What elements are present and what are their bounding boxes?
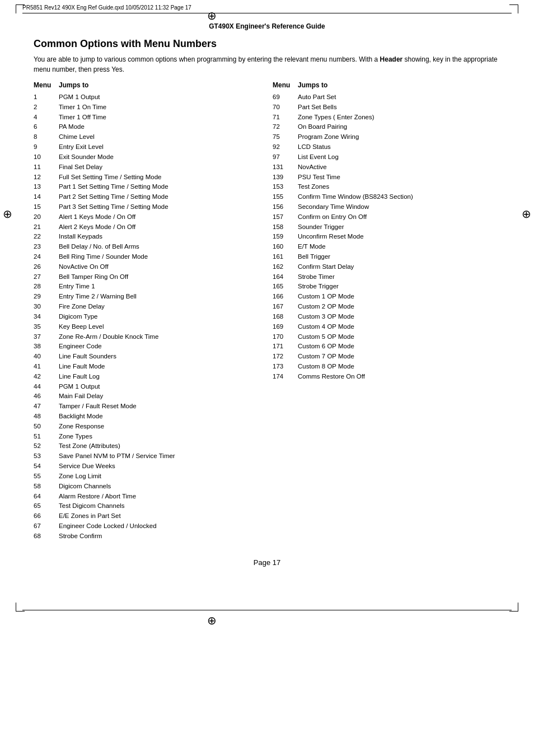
- menu-number: 174: [273, 372, 298, 382]
- list-item: 131NovActive: [273, 162, 500, 172]
- crosshair-side-left: ⊕: [3, 207, 12, 221]
- page-footer: Page 17: [34, 558, 500, 567]
- menu-number: 157: [273, 212, 298, 222]
- menu-label: Digicom Type: [59, 312, 97, 322]
- menu-number: 131: [273, 162, 298, 172]
- menu-number: 69: [273, 92, 298, 102]
- list-item: 71Zone Types ( Enter Zones): [273, 113, 500, 123]
- list-item: 38Engineer Code: [34, 342, 261, 352]
- menu-label: Unconfirm Reset Mode: [298, 232, 364, 242]
- menu-label: Zone Types ( Enter Zones): [298, 113, 374, 123]
- list-item: 11Final Set Delay: [34, 162, 261, 172]
- menu-number: 40: [34, 352, 59, 362]
- list-item: 67Engineer Code Locked / Unlocked: [34, 521, 261, 531]
- list-item: 68Strobe Confirm: [34, 531, 261, 542]
- content-area: GT490X Engineer's Reference Guide Common…: [0, 13, 534, 584]
- right-menu-items: 69Auto Part Set70Part Set Bells71Zone Ty…: [273, 92, 500, 382]
- section-heading: Common Options with Menu Numbers: [34, 38, 500, 50]
- menu-label: Install Keypads: [59, 232, 102, 242]
- list-item: 165Strobe Trigger: [273, 282, 500, 292]
- menu-number: 14: [34, 192, 59, 202]
- menu-label: List Event Log: [298, 152, 339, 162]
- menu-label: Custom 4 OP Mode: [298, 322, 354, 332]
- menu-number: 44: [34, 382, 59, 392]
- menu-number: 2: [34, 102, 59, 113]
- menu-number: 170: [273, 332, 298, 342]
- menu-number: 167: [273, 302, 298, 312]
- menu-number: 30: [34, 302, 59, 312]
- menu-label: Secondary Time Window: [298, 202, 369, 212]
- menu-label: Auto Part Set: [298, 92, 336, 102]
- menu-number: 48: [34, 412, 59, 422]
- menu-number: 22: [34, 232, 59, 242]
- menu-number: 68: [34, 531, 59, 542]
- menu-label: Timer 1 Off Time: [59, 113, 106, 123]
- list-item: 42Line Fault Log: [34, 372, 261, 382]
- menu-label: Chime Level: [59, 132, 95, 142]
- menu-number: 165: [273, 282, 298, 292]
- list-item: 72On Board Pairing: [273, 122, 500, 132]
- menu-label: PGM 1 Output: [59, 382, 100, 392]
- menu-label: Bell Tamper Ring On Off: [59, 272, 128, 282]
- list-item: 37Zone Re-Arm / Double Knock Time: [34, 332, 261, 342]
- menu-label: Custom 6 OP Mode: [298, 342, 354, 352]
- menu-label: E/E Zones in Part Set: [59, 511, 121, 521]
- menu-number: 161: [273, 252, 298, 262]
- menu-label: Confirm Start Delay: [298, 262, 354, 272]
- list-item: 13Part 1 Set Setting Time / Setting Mode: [34, 182, 261, 192]
- menu-label: Tamper / Fault Reset Mode: [59, 402, 137, 412]
- list-item: 47Tamper / Fault Reset Mode: [34, 402, 261, 412]
- list-item: 158Sounder Trigger: [273, 222, 500, 232]
- list-item: 172Custom 7 OP Mode: [273, 352, 500, 362]
- menu-number: 9: [34, 142, 59, 152]
- menu-label: Custom 1 OP Mode: [298, 292, 354, 302]
- left-column: Menu Jumps to 1PGM 1 Output2Timer 1 On T…: [34, 81, 273, 542]
- menu-number: 58: [34, 482, 59, 492]
- list-item: 22Install Keypads: [34, 232, 261, 242]
- menu-number: 162: [273, 262, 298, 272]
- bottom-rule: [22, 610, 512, 610]
- menu-number: 67: [34, 521, 59, 531]
- list-item: 66E/E Zones in Part Set: [34, 511, 261, 521]
- menu-label: Program Zone Wiring: [298, 132, 359, 142]
- menu-label: PGM 1 Output: [59, 92, 100, 102]
- menu-number: 34: [34, 312, 59, 322]
- right-col-header: Menu Jumps to: [273, 81, 500, 89]
- menu-number: 46: [34, 391, 59, 402]
- list-item: 28Entry Time 1: [34, 282, 261, 292]
- list-item: 41Line Fault Mode: [34, 362, 261, 372]
- right-column: Menu Jumps to 69Auto Part Set70Part Set …: [273, 81, 500, 542]
- page-wrapper: ⊕ ⊕ ⊕ PR5851 Rev12 490X Eng Ref Guide.qx…: [0, 0, 534, 756]
- list-item: 173Custom 8 OP Mode: [273, 362, 500, 372]
- list-item: 58Digicom Channels: [34, 482, 261, 492]
- menu-number: 11: [34, 162, 59, 172]
- list-item: 160E/T Mode: [273, 242, 500, 252]
- list-item: 139PSU Test Time: [273, 172, 500, 183]
- list-item: 23Bell Delay / No. of Bell Arms: [34, 242, 261, 252]
- menu-number: 159: [273, 232, 298, 242]
- menu-label: Bell Ring Time / Sounder Mode: [59, 252, 148, 262]
- list-item: 168Custom 3 OP Mode: [273, 312, 500, 322]
- menu-number: 1: [34, 92, 59, 102]
- corner-mark-tr: [509, 4, 518, 13]
- menu-label: Zone Types: [59, 432, 92, 442]
- menu-label: Sounder Trigger: [298, 222, 344, 232]
- menu-label: Final Set Delay: [59, 162, 102, 172]
- menu-number: 171: [273, 342, 298, 352]
- list-item: 52Test Zone (Attributes): [34, 441, 261, 451]
- menu-label: Alarm Restore / Abort Time: [59, 492, 136, 502]
- menu-label: On Board Pairing: [298, 122, 347, 132]
- list-item: 14Part 2 Set Setting Time / Setting Mode: [34, 192, 261, 202]
- menu-label: Confirm Time Window (BS8243 Section): [298, 192, 413, 202]
- list-item: 97List Event Log: [273, 152, 500, 162]
- menu-number: 65: [34, 501, 59, 511]
- menu-label: Exit Sounder Mode: [59, 152, 114, 162]
- list-item: 29Entry Time 2 / Warning Bell: [34, 292, 261, 302]
- menu-label: Zone Re-Arm / Double Knock Time: [59, 332, 158, 342]
- list-item: 69Auto Part Set: [273, 92, 500, 102]
- list-item: 27Bell Tamper Ring On Off: [34, 272, 261, 282]
- list-item: 35Key Beep Level: [34, 322, 261, 332]
- menu-label: Custom 8 OP Mode: [298, 362, 354, 372]
- list-item: 8Chime Level: [34, 132, 261, 142]
- menu-number: 37: [34, 332, 59, 342]
